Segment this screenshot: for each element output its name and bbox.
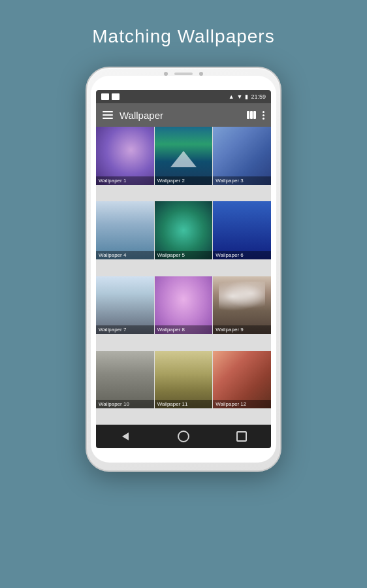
wallpaper-label-3: Wallpaper 3 <box>213 176 271 185</box>
app-bar-actions <box>247 111 264 120</box>
wallpaper-label-1: Wallpaper 1 <box>96 176 154 185</box>
wallpaper-cell-3[interactable]: Wallpaper 3 <box>213 127 271 185</box>
page-title: Matching Wallpapers <box>92 26 274 47</box>
wallpaper-label-2: Wallpaper 2 <box>155 176 213 185</box>
wallpaper-cell-9[interactable]: Wallpaper 9 <box>213 276 271 335</box>
grid-view-icon[interactable] <box>247 111 256 119</box>
wallpaper-label-9: Wallpaper 9 <box>213 325 271 334</box>
wallpaper-label-8: Wallpaper 8 <box>155 325 213 334</box>
app-bar-title: Wallpaper <box>120 110 240 121</box>
recents-button[interactable] <box>232 427 251 446</box>
wifi-icon: ▼ <box>237 93 243 100</box>
wallpaper-cell-11[interactable]: Wallpaper 11 <box>155 351 213 409</box>
phone-mockup: 🖼 ⚙ ▲ ▼ ▮ 21:59 Wallpaper <box>86 67 281 472</box>
wallpaper-grid: Wallpaper 1Wallpaper 2Wallpaper 3Wallpap… <box>96 127 271 425</box>
wallpaper-label-7: Wallpaper 7 <box>96 325 154 334</box>
home-button[interactable] <box>174 427 193 446</box>
back-button[interactable] <box>116 427 135 446</box>
android-status-icon: ⚙ <box>112 93 120 100</box>
hamburger-menu[interactable] <box>103 111 113 119</box>
wallpaper-label-6: Wallpaper 6 <box>213 251 271 259</box>
wallpaper-cell-6[interactable]: Wallpaper 6 <box>213 201 271 259</box>
image-status-icon: 🖼 <box>101 93 109 100</box>
wallpaper-label-10: Wallpaper 10 <box>96 400 154 408</box>
time-display: 21:59 <box>251 93 266 100</box>
wallpaper-label-12: Wallpaper 12 <box>213 400 271 408</box>
status-right-area: ▲ ▼ ▮ 21:59 <box>229 93 266 100</box>
signal-icon: ▲ <box>229 93 234 100</box>
wallpaper-cell-5[interactable]: Wallpaper 5 <box>155 201 213 259</box>
proximity-sensor <box>199 72 203 76</box>
wallpaper-label-4: Wallpaper 4 <box>96 251 154 259</box>
screen: 🖼 ⚙ ▲ ▼ ▮ 21:59 Wallpaper <box>96 90 271 448</box>
navigation-bar <box>96 425 271 448</box>
status-bar: 🖼 ⚙ ▲ ▼ ▮ 21:59 <box>96 90 271 103</box>
battery-icon: ▮ <box>245 93 248 100</box>
camera-sensor <box>164 72 168 76</box>
wallpaper-cell-8[interactable]: Wallpaper 8 <box>155 276 213 335</box>
app-bar: Wallpaper <box>96 103 271 127</box>
phone-sensors <box>164 71 203 76</box>
wallpaper-cell-4[interactable]: Wallpaper 4 <box>96 201 154 259</box>
status-left-icons: 🖼 ⚙ <box>101 93 120 100</box>
wallpaper-cell-7[interactable]: Wallpaper 7 <box>96 276 154 335</box>
wallpaper-cell-2[interactable]: Wallpaper 2 <box>155 127 213 185</box>
phone-screen-container: 🖼 ⚙ ▲ ▼ ▮ 21:59 Wallpaper <box>91 76 276 463</box>
wallpaper-cell-12[interactable]: Wallpaper 12 <box>213 351 271 409</box>
wallpaper-label-5: Wallpaper 5 <box>155 251 213 259</box>
more-options-icon[interactable] <box>263 111 264 120</box>
wallpaper-cell-1[interactable]: Wallpaper 1 <box>96 127 154 185</box>
wallpaper-label-11: Wallpaper 11 <box>155 400 213 408</box>
wallpaper-cell-10[interactable]: Wallpaper 10 <box>96 351 154 409</box>
speaker-grill <box>174 73 193 75</box>
